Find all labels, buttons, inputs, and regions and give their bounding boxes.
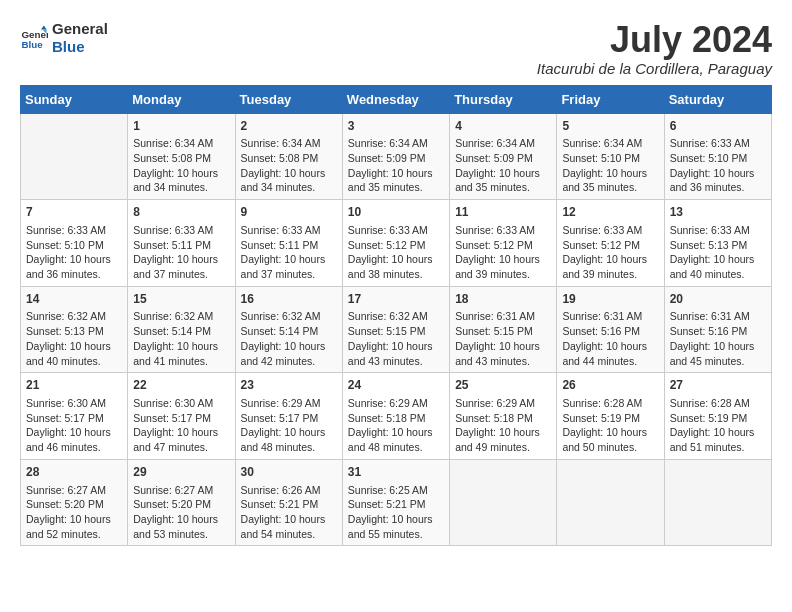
table-row: 22Sunrise: 6:30 AM Sunset: 5:17 PM Dayli… (128, 373, 235, 460)
day-number: 10 (348, 204, 444, 221)
table-row: 7Sunrise: 6:33 AM Sunset: 5:10 PM Daylig… (21, 200, 128, 287)
calendar-week-row: 1Sunrise: 6:34 AM Sunset: 5:08 PM Daylig… (21, 113, 772, 200)
day-number: 8 (133, 204, 229, 221)
day-info: Sunrise: 6:34 AM Sunset: 5:09 PM Dayligh… (348, 136, 444, 195)
table-row: 23Sunrise: 6:29 AM Sunset: 5:17 PM Dayli… (235, 373, 342, 460)
table-row: 11Sunrise: 6:33 AM Sunset: 5:12 PM Dayli… (450, 200, 557, 287)
day-info: Sunrise: 6:30 AM Sunset: 5:17 PM Dayligh… (26, 396, 122, 455)
day-number: 17 (348, 291, 444, 308)
day-info: Sunrise: 6:26 AM Sunset: 5:21 PM Dayligh… (241, 483, 337, 542)
day-number: 29 (133, 464, 229, 481)
day-info: Sunrise: 6:34 AM Sunset: 5:08 PM Dayligh… (133, 136, 229, 195)
month-year-title: July 2024 (537, 20, 772, 60)
calendar-week-row: 14Sunrise: 6:32 AM Sunset: 5:13 PM Dayli… (21, 286, 772, 373)
table-row: 9Sunrise: 6:33 AM Sunset: 5:11 PM Daylig… (235, 200, 342, 287)
day-number: 19 (562, 291, 658, 308)
day-number: 20 (670, 291, 766, 308)
day-number: 27 (670, 377, 766, 394)
col-thursday: Thursday (450, 85, 557, 113)
calendar-week-row: 7Sunrise: 6:33 AM Sunset: 5:10 PM Daylig… (21, 200, 772, 287)
day-info: Sunrise: 6:34 AM Sunset: 5:08 PM Dayligh… (241, 136, 337, 195)
day-info: Sunrise: 6:33 AM Sunset: 5:12 PM Dayligh… (455, 223, 551, 282)
svg-text:Blue: Blue (21, 39, 43, 50)
day-number: 7 (26, 204, 122, 221)
day-info: Sunrise: 6:28 AM Sunset: 5:19 PM Dayligh… (670, 396, 766, 455)
day-info: Sunrise: 6:30 AM Sunset: 5:17 PM Dayligh… (133, 396, 229, 455)
table-row: 14Sunrise: 6:32 AM Sunset: 5:13 PM Dayli… (21, 286, 128, 373)
table-row: 28Sunrise: 6:27 AM Sunset: 5:20 PM Dayli… (21, 459, 128, 546)
day-number: 3 (348, 118, 444, 135)
day-number: 13 (670, 204, 766, 221)
calendar-header-row: Sunday Monday Tuesday Wednesday Thursday… (21, 85, 772, 113)
day-info: Sunrise: 6:28 AM Sunset: 5:19 PM Dayligh… (562, 396, 658, 455)
table-row: 20Sunrise: 6:31 AM Sunset: 5:16 PM Dayli… (664, 286, 771, 373)
table-row: 24Sunrise: 6:29 AM Sunset: 5:18 PM Dayli… (342, 373, 449, 460)
table-row: 26Sunrise: 6:28 AM Sunset: 5:19 PM Dayli… (557, 373, 664, 460)
table-row: 21Sunrise: 6:30 AM Sunset: 5:17 PM Dayli… (21, 373, 128, 460)
day-number: 14 (26, 291, 122, 308)
day-info: Sunrise: 6:31 AM Sunset: 5:16 PM Dayligh… (562, 309, 658, 368)
day-number: 5 (562, 118, 658, 135)
day-number: 31 (348, 464, 444, 481)
day-info: Sunrise: 6:31 AM Sunset: 5:15 PM Dayligh… (455, 309, 551, 368)
day-info: Sunrise: 6:27 AM Sunset: 5:20 PM Dayligh… (26, 483, 122, 542)
day-number: 21 (26, 377, 122, 394)
col-monday: Monday (128, 85, 235, 113)
svg-marker-2 (41, 25, 47, 29)
day-info: Sunrise: 6:34 AM Sunset: 5:10 PM Dayligh… (562, 136, 658, 195)
day-info: Sunrise: 6:25 AM Sunset: 5:21 PM Dayligh… (348, 483, 444, 542)
location-subtitle: Itacurubi de la Cordillera, Paraguay (537, 60, 772, 77)
day-number: 9 (241, 204, 337, 221)
table-row: 31Sunrise: 6:25 AM Sunset: 5:21 PM Dayli… (342, 459, 449, 546)
day-info: Sunrise: 6:33 AM Sunset: 5:12 PM Dayligh… (348, 223, 444, 282)
day-info: Sunrise: 6:31 AM Sunset: 5:16 PM Dayligh… (670, 309, 766, 368)
day-info: Sunrise: 6:33 AM Sunset: 5:12 PM Dayligh… (562, 223, 658, 282)
day-info: Sunrise: 6:32 AM Sunset: 5:14 PM Dayligh… (241, 309, 337, 368)
day-number: 16 (241, 291, 337, 308)
day-info: Sunrise: 6:33 AM Sunset: 5:13 PM Dayligh… (670, 223, 766, 282)
day-number: 22 (133, 377, 229, 394)
day-number: 28 (26, 464, 122, 481)
day-info: Sunrise: 6:33 AM Sunset: 5:11 PM Dayligh… (133, 223, 229, 282)
table-row (21, 113, 128, 200)
col-tuesday: Tuesday (235, 85, 342, 113)
day-info: Sunrise: 6:32 AM Sunset: 5:13 PM Dayligh… (26, 309, 122, 368)
table-row: 12Sunrise: 6:33 AM Sunset: 5:12 PM Dayli… (557, 200, 664, 287)
table-row: 13Sunrise: 6:33 AM Sunset: 5:13 PM Dayli… (664, 200, 771, 287)
table-row: 16Sunrise: 6:32 AM Sunset: 5:14 PM Dayli… (235, 286, 342, 373)
table-row: 4Sunrise: 6:34 AM Sunset: 5:09 PM Daylig… (450, 113, 557, 200)
table-row: 10Sunrise: 6:33 AM Sunset: 5:12 PM Dayli… (342, 200, 449, 287)
day-number: 24 (348, 377, 444, 394)
calendar-week-row: 28Sunrise: 6:27 AM Sunset: 5:20 PM Dayli… (21, 459, 772, 546)
table-row: 27Sunrise: 6:28 AM Sunset: 5:19 PM Dayli… (664, 373, 771, 460)
day-info: Sunrise: 6:29 AM Sunset: 5:18 PM Dayligh… (348, 396, 444, 455)
table-row (664, 459, 771, 546)
day-number: 11 (455, 204, 551, 221)
table-row (557, 459, 664, 546)
day-number: 1 (133, 118, 229, 135)
day-info: Sunrise: 6:32 AM Sunset: 5:15 PM Dayligh… (348, 309, 444, 368)
logo-text: General Blue (52, 20, 108, 56)
day-info: Sunrise: 6:27 AM Sunset: 5:20 PM Dayligh… (133, 483, 229, 542)
day-number: 26 (562, 377, 658, 394)
table-row: 30Sunrise: 6:26 AM Sunset: 5:21 PM Dayli… (235, 459, 342, 546)
day-info: Sunrise: 6:29 AM Sunset: 5:18 PM Dayligh… (455, 396, 551, 455)
table-row: 18Sunrise: 6:31 AM Sunset: 5:15 PM Dayli… (450, 286, 557, 373)
day-number: 30 (241, 464, 337, 481)
day-number: 18 (455, 291, 551, 308)
calendar-week-row: 21Sunrise: 6:30 AM Sunset: 5:17 PM Dayli… (21, 373, 772, 460)
table-row: 25Sunrise: 6:29 AM Sunset: 5:18 PM Dayli… (450, 373, 557, 460)
day-number: 25 (455, 377, 551, 394)
day-number: 12 (562, 204, 658, 221)
day-number: 23 (241, 377, 337, 394)
table-row (450, 459, 557, 546)
day-number: 6 (670, 118, 766, 135)
day-number: 2 (241, 118, 337, 135)
table-row: 8Sunrise: 6:33 AM Sunset: 5:11 PM Daylig… (128, 200, 235, 287)
title-block: July 2024 Itacurubi de la Cordillera, Pa… (537, 20, 772, 77)
day-info: Sunrise: 6:34 AM Sunset: 5:09 PM Dayligh… (455, 136, 551, 195)
calendar-table: Sunday Monday Tuesday Wednesday Thursday… (20, 85, 772, 547)
page-header: General Blue General Blue July 2024 Itac… (20, 20, 772, 77)
day-number: 4 (455, 118, 551, 135)
table-row: 19Sunrise: 6:31 AM Sunset: 5:16 PM Dayli… (557, 286, 664, 373)
